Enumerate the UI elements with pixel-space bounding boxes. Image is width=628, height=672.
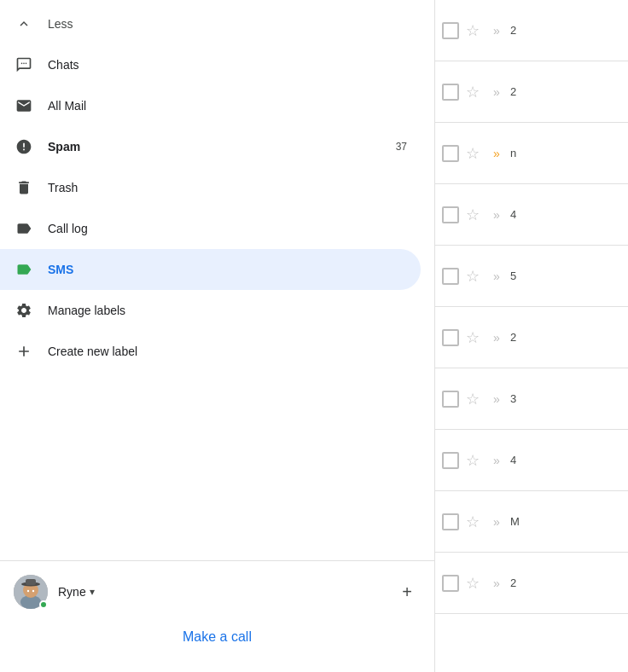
call-log-label: Call log	[48, 222, 407, 235]
chevron-up-icon	[14, 16, 34, 32]
sidebar-item-call-log[interactable]: Call log	[0, 208, 421, 249]
email-checkbox[interactable]	[442, 575, 459, 592]
sidebar-item-create-label[interactable]: Create new label	[0, 331, 421, 372]
star-button[interactable]: ☆	[462, 389, 483, 409]
svg-point-2	[26, 63, 27, 65]
svg-point-8	[27, 590, 29, 592]
make-call-link[interactable]: Make a call	[183, 629, 252, 645]
less-button[interactable]: Less	[0, 3, 434, 44]
mail-icon	[14, 96, 34, 116]
user-name-text: Ryne	[58, 585, 86, 599]
tag-arrows[interactable]: »	[486, 82, 507, 102]
tag-arrows[interactable]: »	[486, 573, 507, 594]
email-count: 2	[510, 576, 527, 589]
star-button[interactable]: ☆	[462, 573, 483, 594]
trash-icon	[14, 177, 34, 198]
email-count: 5	[510, 269, 527, 282]
email-checkbox[interactable]	[442, 268, 459, 285]
user-account-row: Ryne ▾ +	[0, 568, 434, 616]
email-checkbox[interactable]	[442, 329, 459, 346]
email-count: 2	[510, 85, 527, 98]
gear-icon	[14, 300, 34, 321]
table-row: ☆ » 2	[435, 553, 628, 614]
email-checkbox[interactable]	[442, 84, 459, 101]
tag-arrows[interactable]: »	[486, 512, 507, 532]
manage-labels-label: Manage labels	[48, 304, 407, 317]
tag-arrows-orange[interactable]: »	[486, 143, 507, 164]
tag-arrows[interactable]: »	[486, 450, 507, 471]
add-account-button[interactable]: +	[393, 578, 421, 605]
star-button[interactable]: ☆	[462, 82, 483, 102]
email-checkbox[interactable]	[442, 452, 459, 469]
sidebar-item-trash[interactable]: Trash	[0, 167, 421, 208]
sidebar-nav: Less Chats All Mail Spam 37	[0, 0, 434, 560]
star-button[interactable]: ☆	[462, 143, 483, 164]
star-button[interactable]: ☆	[462, 205, 483, 225]
tag-arrows[interactable]: »	[486, 20, 507, 41]
email-count: 4	[510, 208, 527, 221]
tag-arrows[interactable]: »	[486, 327, 507, 348]
plus-icon	[14, 341, 34, 362]
sms-label: SMS	[48, 263, 407, 276]
user-name-display[interactable]: Ryne ▾	[58, 585, 95, 599]
make-call-section: Make a call	[0, 616, 434, 665]
online-status-dot	[39, 600, 48, 609]
table-row: ☆ » 2	[435, 0, 628, 61]
star-button[interactable]: ☆	[462, 20, 483, 41]
email-count: 3	[510, 392, 527, 405]
sidebar-footer: Ryne ▾ + Make a call	[0, 560, 434, 672]
svg-point-1	[23, 63, 25, 65]
chats-label: Chats	[48, 58, 407, 72]
create-label-text: Create new label	[48, 345, 407, 358]
star-button[interactable]: ☆	[462, 327, 483, 348]
table-row: ☆ » 3	[435, 368, 628, 430]
email-checkbox[interactable]	[442, 391, 459, 408]
avatar	[14, 575, 48, 609]
star-button[interactable]: ☆	[462, 450, 483, 471]
spam-badge: 37	[396, 141, 407, 153]
svg-rect-7	[26, 579, 36, 585]
chat-icon	[14, 55, 34, 75]
table-row: ☆ » n	[435, 123, 628, 184]
sidebar-item-spam[interactable]: Spam 37	[0, 126, 421, 167]
email-label: M	[510, 515, 527, 528]
spam-icon	[14, 136, 34, 157]
email-checkbox[interactable]	[442, 513, 459, 530]
sidebar-item-chats[interactable]: Chats	[0, 44, 421, 85]
email-checkbox[interactable]	[442, 22, 459, 39]
spam-label: Spam	[48, 140, 389, 154]
email-checkbox[interactable]	[442, 145, 459, 162]
email-count: 2	[510, 24, 527, 37]
call-log-icon	[14, 218, 34, 239]
table-row: ☆ » 2	[435, 61, 628, 123]
sidebar-item-sms[interactable]: SMS	[0, 249, 421, 290]
table-row: ☆ » 2	[435, 307, 628, 368]
email-checkbox[interactable]	[442, 206, 459, 223]
sms-icon	[14, 259, 34, 280]
table-row: ☆ » 4	[435, 184, 628, 246]
svg-point-9	[32, 590, 34, 592]
email-count: 4	[510, 454, 527, 466]
tag-arrows[interactable]: »	[486, 205, 507, 225]
tag-arrows[interactable]: »	[486, 266, 507, 287]
email-label: n	[510, 147, 527, 159]
sidebar-item-manage-labels[interactable]: Manage labels	[0, 290, 421, 331]
email-list-panel: ☆ » 2 ☆ » 2 ☆ » n ☆ » 4 ☆ » 5	[435, 0, 628, 672]
table-row: ☆ » 5	[435, 246, 628, 307]
email-list: ☆ » 2 ☆ » 2 ☆ » n ☆ » 4 ☆ » 5	[435, 0, 628, 672]
sidebar-item-all-mail[interactable]: All Mail	[0, 85, 421, 126]
email-count: 2	[510, 331, 527, 344]
trash-label: Trash	[48, 181, 407, 194]
star-button[interactable]: ☆	[462, 266, 483, 287]
table-row: ☆ » 4	[435, 430, 628, 491]
less-label: Less	[48, 17, 73, 31]
star-button[interactable]: ☆	[462, 512, 483, 532]
account-dropdown-icon[interactable]: ▾	[90, 586, 95, 598]
all-mail-label: All Mail	[48, 99, 407, 113]
sidebar: Less Chats All Mail Spam 37	[0, 0, 435, 672]
tag-arrows[interactable]: »	[486, 389, 507, 409]
table-row: ☆ » M	[435, 491, 628, 553]
svg-point-0	[21, 63, 23, 65]
